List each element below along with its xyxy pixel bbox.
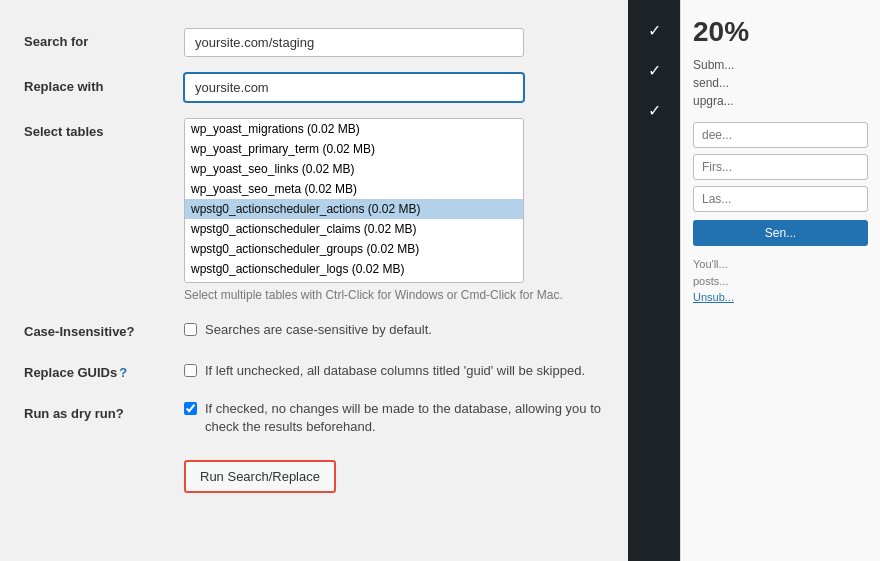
- search-for-cell: [184, 20, 604, 65]
- right-panel-heading: 20%: [693, 16, 868, 48]
- tables-hint: Select multiple tables with Ctrl-Click f…: [184, 288, 604, 302]
- replace-guids-label-cell: Replace GUIDs?: [24, 351, 184, 392]
- replace-with-input[interactable]: [184, 73, 524, 102]
- case-insensitive-label: Case-Insensitive?: [24, 310, 184, 351]
- replace-guids-help-link[interactable]: ?: [119, 365, 127, 380]
- replace-guids-label-group: Replace GUIDs?: [24, 365, 174, 380]
- form-table: Search for Replace with Select tables wp…: [24, 20, 604, 501]
- sidebar-icon-1[interactable]: ✓: [628, 10, 680, 50]
- right-panel-footnote: You'll...posts...Unsub...: [693, 256, 868, 306]
- case-insensitive-checkbox[interactable]: [184, 323, 197, 336]
- replace-guids-cell: If left unchecked, all database columns …: [184, 351, 604, 392]
- replace-with-label: Replace with: [24, 65, 184, 110]
- search-for-input[interactable]: [184, 28, 524, 57]
- run-button-cell: Run Search/Replace: [184, 444, 604, 501]
- replace-guids-label: Replace GUIDs: [24, 365, 117, 380]
- dry-run-cell: If checked, no changes will be made to t…: [184, 392, 604, 444]
- right-panel-description: Subm...send...upgra...: [693, 56, 868, 110]
- case-insensitive-row: Case-Insensitive? Searches are case-sens…: [24, 310, 604, 351]
- replace-with-row: Replace with: [24, 65, 604, 110]
- dry-run-text: If checked, no changes will be made to t…: [205, 400, 604, 436]
- right-panel-input-2[interactable]: [693, 154, 868, 180]
- dry-run-row-inner: If checked, no changes will be made to t…: [184, 400, 604, 436]
- select-tables-label: Select tables: [24, 110, 184, 310]
- checkmark-icon-1: ✓: [648, 21, 661, 40]
- right-panel: 20% Subm...send...upgra... Sen... You'll…: [680, 0, 880, 561]
- select-tables-row: Select tables wp_yoast_migrations (0.02 …: [24, 110, 604, 310]
- replace-guids-row: Replace GUIDs? If left unchecked, all da…: [24, 351, 604, 392]
- dry-run-row: Run as dry run? If checked, no changes w…: [24, 392, 604, 444]
- dry-run-label: Run as dry run?: [24, 392, 184, 444]
- search-for-row: Search for: [24, 20, 604, 65]
- case-insensitive-text: Searches are case-sensitive by default.: [205, 321, 432, 339]
- replace-guids-checkbox[interactable]: [184, 364, 197, 377]
- tables-select[interactable]: wp_yoast_migrations (0.02 MB)wp_yoast_pr…: [184, 118, 524, 283]
- dry-run-checkbox[interactable]: [184, 402, 197, 415]
- run-search-replace-button[interactable]: Run Search/Replace: [184, 460, 336, 493]
- replace-guids-row-inner: If left unchecked, all database columns …: [184, 362, 604, 380]
- replace-guids-text: If left unchecked, all database columns …: [205, 362, 585, 380]
- search-for-label: Search for: [24, 20, 184, 65]
- run-button-label-cell: [24, 444, 184, 501]
- select-tables-cell: wp_yoast_migrations (0.02 MB)wp_yoast_pr…: [184, 110, 604, 310]
- case-insensitive-cell: Searches are case-sensitive by default.: [184, 310, 604, 351]
- replace-with-cell: [184, 65, 604, 110]
- checkmark-icon-3: ✓: [648, 101, 661, 120]
- case-insensitive-row-inner: Searches are case-sensitive by default.: [184, 321, 604, 339]
- checkmark-icon-2: ✓: [648, 61, 661, 80]
- run-button-row: Run Search/Replace: [24, 444, 604, 501]
- right-panel-input-1[interactable]: [693, 122, 868, 148]
- right-panel-input-3[interactable]: [693, 186, 868, 212]
- sidebar-icon-2[interactable]: ✓: [628, 50, 680, 90]
- sidebar-right: ✓ ✓ ✓: [628, 0, 680, 561]
- main-content: Search for Replace with Select tables wp…: [0, 0, 628, 561]
- unsubscribe-link[interactable]: Unsub...: [693, 291, 734, 303]
- right-panel-send-button[interactable]: Sen...: [693, 220, 868, 246]
- sidebar-icon-3[interactable]: ✓: [628, 90, 680, 130]
